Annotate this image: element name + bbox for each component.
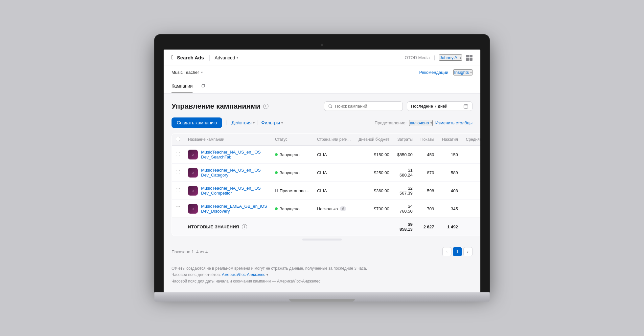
row-spend: $2 567.39 [393,182,417,200]
change-columns-button[interactable]: Изменить столбцы [435,120,472,125]
totals-info-icon[interactable]: i [242,224,247,229]
row-daily-budget: $150.00 [355,146,393,164]
row-checkbox-cell[interactable] [172,182,184,200]
insights-chevron-icon: ▾ [470,71,472,74]
status-label: Запущено [280,206,300,211]
next-page-button[interactable]: › [463,247,472,256]
header-impressions: Показы [417,134,438,146]
page-title-info-icon[interactable]: i [263,104,268,109]
layout-icon-q2 [470,55,472,57]
select-all-checkbox[interactable] [176,137,180,141]
create-campaign-button[interactable]: Создать кампанию [172,117,222,128]
campaign-name[interactable]: MusicTeacher_NA_US_en_iOS Dev_Category [201,168,267,178]
account-chevron-icon: ▾ [201,71,203,74]
pagination-controls: ‹ 1 › [442,247,472,256]
pagination-row: Показано 1–4 из 4 ‹ 1 › [172,243,472,260]
search-input[interactable] [335,104,399,109]
toolbar-left: Создать кампанию | Действия ▾ | Фильтры … [172,117,283,128]
header-select-all[interactable] [172,134,184,146]
row-checkbox[interactable] [176,152,180,156]
filters-button[interactable]: Фильтры ▾ [261,120,283,125]
filters-chevron-icon: ▾ [281,121,283,125]
status-dot [275,207,278,210]
campaign-name[interactable]: MusicTeacher_EMEA_GB_en_iOS Dev_Discover… [201,204,267,214]
table-row: MusicTeacher_EMEA_GB_en_iOS Dev_Discover… [172,200,481,218]
timezone-link[interactable]: Америка/Лос-Анджелес [222,272,265,277]
row-impressions: 450 [417,146,438,164]
status-label: Приостановл... [280,188,309,193]
laptop-frame:  Search Ads | Advanced ▾ OTOD Media | J… [154,34,490,302]
history-icon[interactable]: ⏱ [200,83,206,89]
campaign-name[interactable]: MusicTeacher_NA_US_en_iOS Dev_Competitor [201,186,267,196]
page-header-right: Последние 7 дней [324,101,472,111]
account-name: Music Teacher [172,70,199,75]
screen:  Search Ads | Advanced ▾ OTOD Media | J… [164,50,480,292]
country-cell-inner: Несколько 6 [317,206,351,211]
footer-notes: Отчёты создаются не в реальном времени и… [172,260,472,284]
page-tabs: Кампании ⏱ [164,79,480,94]
tab-campaigns-label: Кампании [172,83,193,89]
row-campaign-name-cell: MusicTeacher_NA_US_en_iOS Dev_SearchTab [184,146,271,164]
row-checkbox-cell[interactable] [172,164,184,182]
sub-nav: Music Teacher ▾ Рекомендации Insights ▾ [164,66,480,79]
row-checkbox[interactable] [176,206,180,210]
row-campaign-name-cell: MusicTeacher_NA_US_en_iOS Dev_Competitor [184,182,271,200]
footer-note-2: Часовой пояс для отчётов: Америка/Лос-Ан… [172,272,472,278]
user-menu-button[interactable]: Johnny A. ▾ [439,54,462,61]
pause-bar-1 [275,189,276,192]
tab-campaigns[interactable]: Кампании [172,79,193,93]
row-daily-budget: $250.00 [355,164,393,182]
row-campaign-name-cell: MusicTeacher_NA_US_en_iOS Dev_Category [184,164,271,182]
app-container:  Search Ads | Advanced ▾ OTOD Media | J… [164,50,480,292]
page-1-button[interactable]: 1 [453,247,462,256]
country-label: Несколько [317,206,338,211]
row-country: США [313,182,355,200]
pause-bar-2 [277,189,278,192]
totals-label-text: ИТОГОВЫЕ ЗНАЧЕНИЯ [188,224,239,229]
insights-button[interactable]: Insights ▾ [453,69,472,75]
view-toggle-button[interactable]: включено ▾ [409,120,432,126]
row-taps: 150 [438,146,462,164]
row-checkbox-cell[interactable] [172,146,184,164]
app-icon [188,186,198,196]
row-daily-budget: $360.00 [355,182,393,200]
status-dot [275,153,278,156]
status-inner: Запущено [275,152,309,157]
table-row: MusicTeacher_NA_US_en_iOS Dev_Category З… [172,164,481,182]
row-checkbox-cell[interactable] [172,200,184,218]
totals-label-inner: ИТОГОВЫЕ ЗНАЧЕНИЯ i [188,224,267,229]
footer-note-2-prefix: Часовой пояс для отчётов: [172,272,221,277]
prev-page-button[interactable]: ‹ [442,247,451,256]
row-impressions: 709 [417,200,438,218]
date-picker[interactable]: Последние 7 дней [407,101,472,111]
header-spend: Затраты [393,134,417,146]
advanced-button[interactable]: Advanced ▾ [215,55,238,60]
nav-sep: | [434,55,435,61]
header-daily-budget: Дневной бюджет [355,134,393,146]
totals-status [271,218,313,236]
layout-toggle-button[interactable] [466,55,472,61]
row-country: Несколько 6 [313,200,355,218]
status-dot [275,171,278,174]
campaign-name[interactable]: MusicTeacher_NA_US_en_iOS Dev_SearchTab [201,150,267,159]
layout-icon-q1 [466,55,469,57]
row-checkbox[interactable] [176,170,180,174]
totals-country [313,218,355,236]
svg-rect-2 [464,105,468,108]
header-taps: Нажатия [438,134,462,146]
campaign-name-inner: MusicTeacher_NA_US_en_iOS Dev_Category [188,168,267,178]
row-checkbox[interactable] [176,188,180,192]
org-name: OTOD Media [405,55,430,60]
toolbar-row: Создать кампанию | Действия ▾ | Фильтры … [172,117,472,128]
totals-avg-cpa: $2.83 [462,218,480,236]
row-country: США [313,146,355,164]
header-country: Страна или реги... [313,134,355,146]
account-switcher[interactable]: Music Teacher ▾ [172,70,203,75]
view-chevron-icon: ▾ [430,121,432,125]
recommendations-link[interactable]: Рекомендации [419,70,448,75]
actions-button[interactable]: Действия ▾ [232,120,255,125]
row-country: США [313,164,355,182]
page-content: Управление кампаниями i [164,94,480,292]
campaign-name-inner: MusicTeacher_NA_US_en_iOS Dev_SearchTab [188,150,267,159]
footer-note-1: Отчёты создаются не в реальном времени и… [172,265,472,272]
